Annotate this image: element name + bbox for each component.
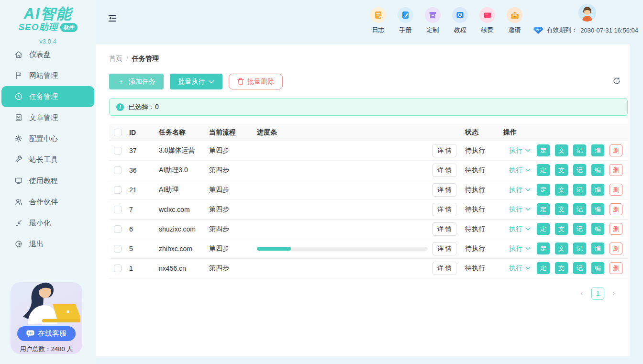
quick-action-button[interactable]: 文	[555, 223, 568, 235]
execute-dropdown[interactable]: 执行	[503, 186, 531, 194]
detail-button[interactable]: 详 情	[432, 144, 456, 157]
quick-action-button[interactable]: 编	[591, 203, 604, 215]
detail-button[interactable]: 详 情	[432, 242, 456, 255]
add-task-button[interactable]: ＋ 添加任务	[109, 74, 164, 89]
row-checkbox[interactable]	[114, 265, 122, 272]
row-checkbox[interactable]	[114, 166, 122, 174]
quick-action-button[interactable]: 文	[555, 262, 568, 274]
delete-button[interactable]: 删	[610, 164, 622, 176]
row-checkbox[interactable]	[114, 225, 122, 233]
quick-action-button[interactable]: 编	[591, 164, 604, 176]
sidebar-item-label: 使用教程	[29, 176, 58, 186]
delete-button[interactable]: 删	[610, 184, 622, 196]
batch-delete-button[interactable]: 批量删除	[229, 74, 283, 89]
delete-button[interactable]: 删	[610, 262, 622, 274]
row-checkbox[interactable]	[114, 206, 122, 213]
quick-action-button[interactable]: 编	[591, 262, 604, 274]
execute-dropdown[interactable]: 执行	[503, 205, 531, 214]
chevron-down-icon	[525, 247, 531, 250]
batch-execute-button[interactable]: 批量执行	[170, 74, 222, 89]
detail-button[interactable]: 详 情	[432, 262, 456, 275]
quick-action-button[interactable]: 文	[555, 184, 568, 196]
detail-button[interactable]: 详 情	[432, 222, 456, 236]
user-avatar[interactable]	[578, 4, 596, 22]
select-all-checkbox[interactable]	[114, 129, 122, 136]
quick-action-button[interactable]: 记	[573, 243, 586, 254]
shortcut-invite[interactable]: 邀请	[507, 7, 522, 34]
detail-button[interactable]: 详 情	[432, 203, 456, 216]
quick-action-button[interactable]: 文	[555, 144, 568, 156]
quick-action-button[interactable]: 记	[573, 203, 586, 215]
sidebar-item-articles[interactable]: 文章管理	[0, 107, 96, 128]
detail-button[interactable]: 详 情	[432, 164, 456, 177]
detail-button[interactable]: 详 情	[432, 183, 456, 197]
progress-bar	[257, 247, 428, 251]
quick-action-button[interactable]: 文	[555, 203, 568, 215]
sidebar-item-webmaster-tools[interactable]: 站长工具	[0, 149, 96, 170]
shortcut-label: 教程	[454, 26, 466, 34]
online-service-button[interactable]: 在线客服	[17, 326, 76, 341]
execute-label: 执行	[509, 225, 522, 233]
column-header-action: 操作	[500, 124, 628, 141]
refresh-icon[interactable]	[612, 77, 621, 85]
quick-action-button[interactable]: 编	[591, 223, 604, 235]
shortcut-log[interactable]: 日志	[370, 7, 386, 34]
quick-action-button[interactable]: 编	[591, 184, 604, 196]
row-flow: 第四步	[206, 258, 254, 278]
quick-action-button[interactable]: 定	[537, 144, 550, 156]
sidebar-item-tutorial[interactable]: 使用教程	[0, 170, 96, 191]
quick-action-button[interactable]: 定	[537, 223, 550, 235]
quick-action-button[interactable]: 记	[573, 164, 586, 176]
row-checkbox[interactable]	[114, 147, 122, 154]
page-number-button[interactable]: 1	[591, 287, 604, 300]
row-status: 待执行	[462, 180, 500, 199]
execute-dropdown[interactable]: 执行	[503, 146, 531, 155]
quick-action-button[interactable]: 定	[537, 164, 550, 176]
delete-button[interactable]: 删	[610, 243, 622, 254]
row-checkbox[interactable]	[114, 186, 122, 194]
shortcut-manual[interactable]: 手册	[398, 7, 413, 34]
next-page-icon[interactable]: ›	[610, 289, 617, 298]
quick-action-button[interactable]: 定	[537, 184, 550, 196]
sidebar-item-exit[interactable]: 退出	[0, 233, 96, 254]
shortcut-renew[interactable]: 续费	[479, 7, 495, 34]
shortcut-tutorial[interactable]: 教程	[452, 7, 468, 34]
quick-action-button[interactable]: 定	[537, 243, 550, 254]
sidebar-item-partners[interactable]: 合作伙伴	[0, 191, 96, 212]
delete-button[interactable]: 删	[610, 144, 622, 156]
header-shortcuts: 日志 手册 定制 教程 续费	[370, 7, 522, 34]
row-checkbox[interactable]	[114, 245, 122, 253]
execute-dropdown[interactable]: 执行	[503, 225, 531, 233]
quick-action-button[interactable]: 记	[573, 262, 586, 274]
quick-action-button[interactable]: 文	[555, 164, 568, 176]
sidebar-item-config[interactable]: 配置中心	[0, 128, 96, 149]
row-name: AI助理	[156, 180, 206, 199]
quick-action-button[interactable]: 定	[537, 203, 550, 215]
sidebar-item-minimize[interactable]: 最小化	[0, 212, 96, 233]
breadcrumb-current: 任务管理	[132, 55, 159, 63]
monitor-icon	[14, 176, 23, 185]
sidebar-item-tasks[interactable]: 任务管理	[1, 86, 94, 107]
flag-icon	[14, 71, 23, 80]
sidebar-collapse-icon[interactable]	[107, 13, 118, 23]
sidebar-item-websites[interactable]: 网站管理	[0, 65, 96, 86]
breadcrumb-home[interactable]: 首页	[109, 55, 122, 63]
execute-dropdown[interactable]: 执行	[503, 244, 531, 253]
quick-action-button[interactable]: 定	[537, 262, 550, 274]
sidebar-item-label: 配置中心	[29, 134, 58, 143]
quick-action-button[interactable]: 文	[555, 243, 568, 254]
prev-page-icon[interactable]: ‹	[578, 289, 585, 298]
quick-action-button[interactable]: 记	[573, 144, 586, 156]
quick-action-button[interactable]: 编	[591, 144, 604, 156]
quick-action-button[interactable]: 记	[573, 184, 586, 196]
quick-action-button[interactable]: 记	[573, 223, 586, 235]
delete-button[interactable]: 删	[610, 223, 622, 235]
sidebar-item-label: 合作伙伴	[29, 198, 58, 207]
execute-dropdown[interactable]: 执行	[503, 166, 531, 175]
sidebar-item-dashboard[interactable]: 仪表盘	[0, 44, 96, 65]
delete-button[interactable]: 删	[610, 203, 622, 215]
log-icon	[370, 7, 386, 23]
execute-dropdown[interactable]: 执行	[503, 264, 531, 273]
shortcut-custom[interactable]: 定制	[425, 7, 441, 34]
quick-action-button[interactable]: 编	[591, 243, 604, 254]
